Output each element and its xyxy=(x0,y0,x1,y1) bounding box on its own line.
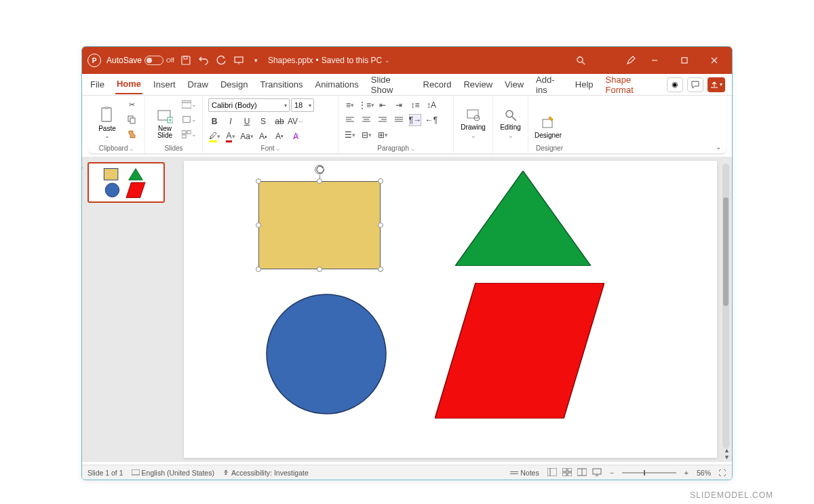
tab-design[interactable]: Design xyxy=(219,75,249,94)
language-button[interactable]: English (United States) xyxy=(132,469,214,477)
text-direction-icon[interactable]: ↕A xyxy=(425,99,438,111)
tab-transitions[interactable]: Transitions xyxy=(258,75,304,94)
minimize-button[interactable] xyxy=(642,51,667,70)
tab-record[interactable]: Record xyxy=(422,75,453,94)
shape-circle[interactable] xyxy=(265,293,387,415)
clear-format-icon[interactable]: A̷ xyxy=(290,130,302,142)
resize-handle[interactable] xyxy=(256,178,261,184)
line-spacing-icon[interactable]: ↕≡ xyxy=(409,99,421,111)
italic-icon[interactable]: I xyxy=(225,115,237,128)
bullets-icon[interactable]: ≡▾ xyxy=(344,99,356,111)
shadow-icon[interactable]: S xyxy=(257,115,269,128)
align-right-icon[interactable] xyxy=(376,114,389,126)
align-center-icon[interactable] xyxy=(360,114,372,126)
highlight-icon[interactable]: 🖊▾ xyxy=(208,130,220,142)
qat-dropdown-icon[interactable]: ▾ xyxy=(250,54,263,66)
spacing-icon[interactable]: AV↔ xyxy=(290,115,302,128)
search-icon[interactable] xyxy=(575,54,587,66)
save-icon[interactable] xyxy=(180,54,192,66)
underline-icon[interactable]: U xyxy=(241,115,253,128)
zoom-slider[interactable] xyxy=(622,472,676,473)
resize-handle[interactable] xyxy=(378,267,383,272)
normal-view-icon[interactable] xyxy=(547,468,557,478)
resize-handle[interactable] xyxy=(378,222,383,228)
tab-slideshow[interactable]: Slide Show xyxy=(370,71,412,99)
tab-help[interactable]: Help xyxy=(574,75,595,94)
tab-animations[interactable]: Animations xyxy=(314,75,360,94)
grow-font-icon[interactable]: A▴ xyxy=(257,130,269,142)
present-icon[interactable] xyxy=(233,54,245,66)
camera-button[interactable]: ◉ xyxy=(667,77,683,92)
undo-icon[interactable] xyxy=(197,54,210,66)
resize-handle[interactable] xyxy=(317,178,322,184)
ltr-icon[interactable]: ¶→ xyxy=(409,114,421,126)
smartart-icon[interactable]: ⊞▾ xyxy=(376,129,389,141)
ribbon-collapse-icon[interactable]: ⌄ xyxy=(716,143,721,151)
font-size-select[interactable]: 18▾ xyxy=(291,98,314,112)
share-button[interactable]: ▾ xyxy=(708,77,725,92)
shape-triangle[interactable] xyxy=(455,171,591,266)
section-icon[interactable]: ⌄ xyxy=(182,128,197,140)
shrink-font-icon[interactable]: A▾ xyxy=(273,130,286,142)
font-color-icon[interactable]: A▾ xyxy=(225,130,237,142)
slide-canvas[interactable] xyxy=(184,161,717,458)
tab-addins[interactable]: Add-ins xyxy=(535,71,564,99)
new-slide-button[interactable]: New Slide xyxy=(151,98,179,139)
close-button[interactable] xyxy=(702,51,726,70)
maximize-button[interactable] xyxy=(672,51,697,70)
font-name-select[interactable]: Calibri (Body)▾ xyxy=(208,98,290,112)
tab-insert[interactable]: Insert xyxy=(152,75,177,94)
tab-review[interactable]: Review xyxy=(462,75,494,94)
zoom-out-button[interactable]: − xyxy=(610,469,614,477)
copy-icon[interactable] xyxy=(124,113,139,125)
designer-button[interactable]: Designer xyxy=(534,98,562,139)
indent-inc-icon[interactable]: ⇥ xyxy=(393,99,405,111)
slideshow-view-icon[interactable] xyxy=(592,468,602,478)
tab-shape-format[interactable]: Shape Format xyxy=(604,71,657,99)
columns-icon[interactable]: ☰▾ xyxy=(344,129,356,141)
indent-dec-icon[interactable]: ⇤ xyxy=(376,99,389,111)
shape-rectangle[interactable] xyxy=(258,181,381,269)
notes-button[interactable]: Notes xyxy=(510,469,539,477)
pen-icon[interactable] xyxy=(625,54,637,66)
align-left-icon[interactable] xyxy=(344,114,356,126)
fit-to-window-icon[interactable]: ⛶ xyxy=(719,469,726,477)
format-painter-icon[interactable] xyxy=(124,128,139,140)
accessibility-button[interactable]: Accessibility: Investigate xyxy=(222,469,309,477)
drawing-button[interactable]: Drawing⌄ xyxy=(459,98,487,139)
reset-icon[interactable]: ⌄ xyxy=(182,113,197,125)
resize-handle[interactable] xyxy=(256,267,261,272)
shape-parallelogram[interactable] xyxy=(435,283,604,419)
document-title[interactable]: Shapes.pptx • Saved to this PC ⌄ xyxy=(268,56,390,65)
toggle-icon[interactable] xyxy=(144,56,163,65)
tab-file[interactable]: File xyxy=(89,75,106,94)
numbering-icon[interactable]: ⋮≡▾ xyxy=(360,99,372,111)
rtl-icon[interactable]: ←¶ xyxy=(425,114,438,126)
autosave-toggle[interactable]: AutoSave Off xyxy=(106,56,174,65)
paste-button[interactable]: Paste ⌄ xyxy=(93,98,121,139)
tab-home[interactable]: Home xyxy=(115,75,142,94)
resize-handle[interactable] xyxy=(317,267,322,272)
zoom-in-button[interactable]: + xyxy=(684,469,689,477)
bold-icon[interactable]: B xyxy=(208,115,220,128)
align-text-icon[interactable]: ⊟▾ xyxy=(360,129,372,141)
change-case-icon[interactable]: Aa▾ xyxy=(241,130,253,142)
vertical-scrollbar[interactable] xyxy=(722,163,729,448)
resize-handle[interactable] xyxy=(378,178,383,184)
comments-button[interactable] xyxy=(687,77,703,92)
tab-draw[interactable]: Draw xyxy=(187,75,210,94)
cut-icon[interactable]: ✂ xyxy=(124,98,139,111)
justify-icon[interactable] xyxy=(393,114,405,126)
slide-thumbnail-1[interactable] xyxy=(88,162,165,203)
editing-button[interactable]: Editing⌄ xyxy=(499,98,522,139)
tab-view[interactable]: View xyxy=(503,75,525,94)
resize-handle[interactable] xyxy=(256,222,261,228)
layout-icon[interactable]: ⌄ xyxy=(182,98,197,111)
redo-icon[interactable] xyxy=(215,54,227,66)
zoom-level[interactable]: 56% xyxy=(697,469,711,477)
sorter-view-icon[interactable] xyxy=(562,468,572,478)
reading-view-icon[interactable] xyxy=(577,468,587,478)
strike-icon[interactable]: ab xyxy=(273,115,286,128)
slide-nav-arrows[interactable]: ▲▼ xyxy=(724,447,730,461)
rotate-handle-icon[interactable] xyxy=(315,165,324,174)
